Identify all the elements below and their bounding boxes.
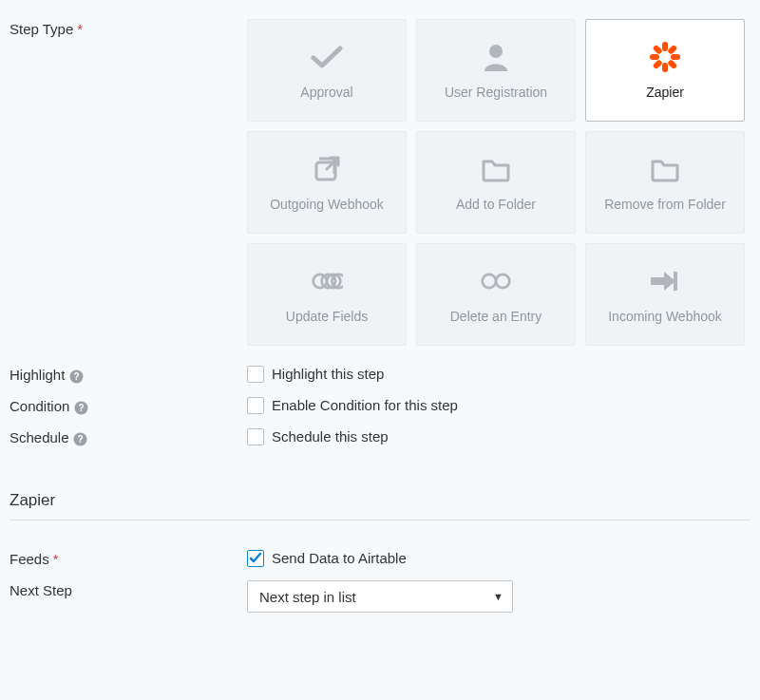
folder-icon [649, 153, 681, 185]
tile-incoming-webhook[interactable]: Incoming Webhook [585, 243, 745, 346]
svg-point-10 [314, 274, 327, 288]
tile-zapier-label: Zapier [646, 85, 684, 100]
svg-point-0 [489, 45, 503, 58]
svg-rect-4 [671, 54, 680, 60]
tile-remove-from-folder[interactable]: Remove from Folder [585, 131, 745, 234]
schedule-checkbox-label: Schedule this step [272, 428, 389, 445]
label-next-step-text: Next Step [10, 582, 72, 598]
tile-add-to-folder-label: Add to Folder [456, 197, 536, 212]
schedule-checkbox[interactable] [247, 428, 264, 445]
next-step-control: Next step in list ▼ [247, 580, 750, 613]
section-title: Zapier [10, 491, 750, 520]
row-step-type: Step Type * Approval User Registration [10, 19, 750, 346]
link-icon [311, 265, 343, 297]
tile-delete-entry-label: Delete an Entry [450, 309, 542, 324]
svg-point-13 [496, 274, 509, 288]
row-condition: Condition ? Enable Condition for this st… [10, 396, 750, 414]
tile-incoming-webhook-label: Incoming Webhook [608, 309, 722, 324]
step-type-control: Approval User Registration [247, 19, 750, 346]
label-schedule: Schedule ? [10, 427, 247, 445]
user-icon [480, 41, 512, 73]
folder-icon [480, 153, 512, 185]
feeds-checkbox-label: Send Data to Airtable [272, 550, 407, 566]
label-step-type: Step Type * [10, 19, 247, 346]
feeds-checkbox[interactable] [247, 550, 264, 567]
label-feeds-text: Feeds [10, 551, 49, 567]
label-condition: Condition ? [10, 396, 247, 414]
tile-update-fields[interactable]: Update Fields [247, 243, 407, 346]
svg-rect-7 [653, 45, 663, 55]
highlight-checkbox-label: Highlight this step [272, 366, 384, 382]
check-icon [311, 41, 343, 73]
label-highlight-text: Highlight [10, 367, 65, 383]
tile-update-fields-label: Update Fields [286, 309, 368, 324]
tile-user-registration[interactable]: User Registration [416, 19, 576, 122]
schedule-control: Schedule this step [247, 427, 750, 445]
condition-control: Enable Condition for this step [247, 396, 750, 414]
highlight-control: Highlight this step [247, 365, 750, 383]
help-icon[interactable]: ? [68, 369, 84, 384]
label-highlight: Highlight ? [10, 365, 247, 383]
svg-rect-14 [674, 272, 677, 291]
label-step-type-text: Step Type [10, 21, 73, 37]
next-step-selected-value: Next step in list [259, 589, 356, 605]
step-type-grid: Approval User Registration [247, 19, 745, 346]
help-icon[interactable]: ? [73, 400, 88, 415]
label-schedule-text: Schedule [10, 429, 69, 445]
svg-rect-5 [667, 45, 677, 55]
condition-checkbox[interactable] [247, 397, 264, 414]
svg-rect-1 [662, 42, 668, 51]
tile-delete-entry[interactable]: Delete an Entry [416, 243, 576, 346]
label-next-step: Next Step [10, 580, 247, 613]
highlight-checkbox[interactable] [247, 366, 264, 383]
tile-approval[interactable]: Approval [247, 19, 407, 122]
zapier-icon [649, 41, 681, 73]
arrow-in-icon [649, 265, 681, 297]
svg-rect-6 [653, 59, 663, 69]
row-highlight: Highlight ? Highlight this step [10, 365, 750, 383]
svg-rect-2 [662, 63, 668, 72]
svg-rect-8 [667, 59, 677, 69]
row-feeds: Feeds * Send Data to Airtable [10, 549, 750, 567]
external-link-icon [311, 153, 343, 185]
next-step-select[interactable]: Next step in list [247, 580, 513, 613]
feeds-control: Send Data to Airtable [247, 549, 750, 567]
label-feeds: Feeds * [10, 549, 247, 567]
required-asterisk: * [53, 551, 59, 567]
condition-checkbox-label: Enable Condition for this step [272, 397, 458, 413]
tile-zapier[interactable]: Zapier [585, 19, 745, 122]
svg-text:?: ? [78, 403, 84, 413]
tile-outgoing-webhook[interactable]: Outgoing Webhook [247, 131, 407, 234]
help-icon[interactable]: ? [73, 431, 88, 446]
svg-rect-3 [650, 54, 659, 60]
row-next-step: Next Step Next step in list ▼ [10, 580, 750, 613]
row-schedule: Schedule ? Schedule this step [10, 427, 750, 445]
label-condition-text: Condition [10, 398, 69, 414]
svg-text:?: ? [78, 434, 84, 445]
svg-text:?: ? [73, 371, 79, 382]
tile-remove-from-folder-label: Remove from Folder [604, 197, 726, 212]
next-step-select-wrap: Next step in list ▼ [247, 580, 513, 613]
link-icon [480, 265, 512, 297]
tile-approval-label: Approval [300, 85, 352, 100]
tile-user-registration-label: User Registration [445, 85, 547, 100]
tile-add-to-folder[interactable]: Add to Folder [416, 131, 576, 234]
tile-outgoing-webhook-label: Outgoing Webhook [270, 197, 384, 212]
svg-point-12 [483, 274, 496, 288]
required-asterisk: * [77, 21, 83, 37]
